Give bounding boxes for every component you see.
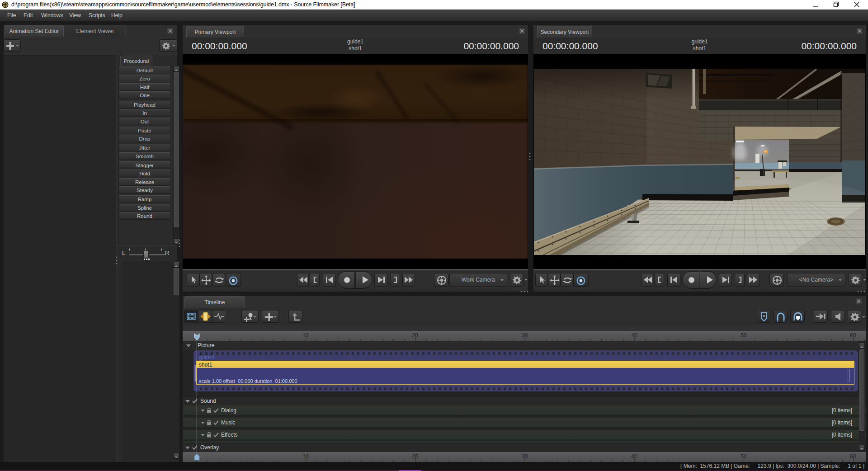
svg-text:30: 30 xyxy=(522,453,528,460)
svg-text:60: 60 xyxy=(850,453,856,460)
svg-text:10: 10 xyxy=(302,332,309,339)
svg-text:50: 50 xyxy=(741,453,747,460)
svg-text:30: 30 xyxy=(522,332,528,339)
svg-text:20: 20 xyxy=(412,453,418,460)
svg-text:40: 40 xyxy=(631,453,637,460)
svg-text:20: 20 xyxy=(412,332,418,339)
svg-text:50: 50 xyxy=(741,332,747,339)
svg-text:10: 10 xyxy=(302,453,309,460)
svg-text:40: 40 xyxy=(631,332,637,339)
svg-text:60: 60 xyxy=(850,332,856,339)
